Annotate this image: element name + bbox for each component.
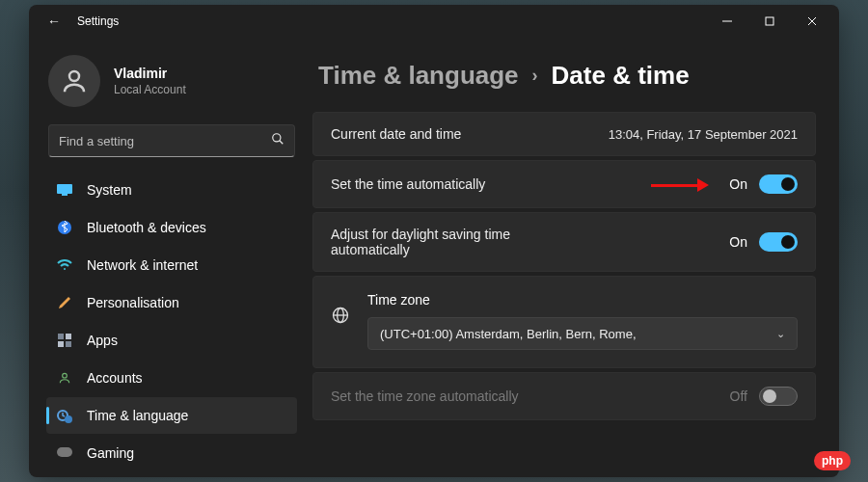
sidebar-item-bluetooth[interactable]: Bluetooth & devices <box>46 209 297 246</box>
minimize-button[interactable] <box>706 7 748 36</box>
sidebar-item-network[interactable]: Network & internet <box>46 247 297 283</box>
row-dst-auto: Adjust for daylight saving time automati… <box>312 212 816 272</box>
search-icon <box>271 132 285 149</box>
row-label: Time zone <box>367 292 798 308</box>
row-set-time-auto: Set the time automatically On <box>312 160 816 208</box>
search-input[interactable] <box>59 134 271 148</box>
toggle-state: Off <box>730 388 747 404</box>
sidebar-item-label: Apps <box>87 333 118 348</box>
svg-rect-11 <box>58 334 64 339</box>
row-timezone: Time zone (UTC+01:00) Amsterdam, Berlin,… <box>312 276 816 368</box>
avatar <box>48 55 100 107</box>
timezone-icon <box>331 306 350 328</box>
svg-point-17 <box>65 415 72 423</box>
svg-line-6 <box>280 141 284 145</box>
window-title: Settings <box>77 14 119 28</box>
accounts-icon <box>56 369 73 387</box>
current-datetime-value: 13:04, Friday, 17 September 2021 <box>609 127 798 142</box>
maximize-button[interactable] <box>748 7 791 36</box>
row-label: Current date and time <box>331 126 461 142</box>
sidebar-item-label: Time & language <box>87 408 188 423</box>
sidebar-item-accounts[interactable]: Accounts <box>46 360 297 396</box>
breadcrumb-parent[interactable]: Time & language <box>318 61 519 91</box>
system-icon <box>56 181 73 199</box>
toggle-dst-auto[interactable] <box>759 232 798 252</box>
sidebar-item-label: System <box>87 182 132 198</box>
row-label: Adjust for daylight saving time automati… <box>331 227 562 257</box>
svg-rect-7 <box>57 184 72 194</box>
chevron-right-icon: › <box>532 66 538 86</box>
timezone-selected: (UTC+01:00) Amsterdam, Berlin, Bern, Rom… <box>380 327 637 341</box>
back-button[interactable]: ← <box>42 13 66 29</box>
nav-list: System Bluetooth & devices Network & int… <box>44 171 299 477</box>
wifi-icon <box>56 256 73 274</box>
titlebar: ← Settings <box>29 5 839 38</box>
toggle-set-time-auto[interactable] <box>759 174 798 194</box>
paintbrush-icon <box>56 294 73 311</box>
breadcrumb: Time & language › Date & time <box>312 61 816 91</box>
sidebar-item-time-language[interactable]: Time & language <box>46 397 297 434</box>
sidebar-item-label: Bluetooth & devices <box>87 220 206 235</box>
sidebar-item-apps[interactable]: Apps <box>46 322 297 359</box>
gaming-icon <box>56 444 73 462</box>
annotation-arrow <box>651 178 709 192</box>
svg-rect-14 <box>66 341 71 347</box>
row-label: Set the time zone automatically <box>331 388 519 404</box>
main-panel: Time & language › Date & time Current da… <box>309 38 839 477</box>
row-current-datetime: Current date and time 13:04, Friday, 17 … <box>312 112 816 156</box>
svg-rect-13 <box>58 341 64 347</box>
svg-point-4 <box>69 71 79 81</box>
page-title: Date & time <box>552 61 690 91</box>
toggle-state: On <box>729 176 747 192</box>
sidebar-item-personalisation[interactable]: Personalisation <box>46 284 297 321</box>
sidebar-item-system[interactable]: System <box>46 172 297 208</box>
close-button[interactable] <box>791 7 833 36</box>
row-set-timezone-auto: Set the time zone automatically Off <box>312 372 816 420</box>
row-label: Set the time automatically <box>331 176 485 192</box>
sidebar-item-gaming[interactable]: Gaming <box>46 435 297 471</box>
clock-globe-icon <box>56 407 73 424</box>
sidebar-item-label: Accounts <box>87 370 143 386</box>
svg-rect-12 <box>66 334 71 339</box>
toggle-state: On <box>729 234 747 250</box>
apps-icon <box>56 332 73 349</box>
settings-window: ← Settings Vladimir Local Account <box>29 5 839 477</box>
sidebar: Vladimir Local Account System Bluetooth … <box>29 38 309 477</box>
svg-point-15 <box>63 373 68 378</box>
chevron-down-icon: ⌄ <box>776 328 785 340</box>
search-box[interactable] <box>48 124 295 157</box>
sidebar-item-label: Personalisation <box>87 295 179 310</box>
profile-sub: Local Account <box>114 83 186 96</box>
profile-block[interactable]: Vladimir Local Account <box>44 49 299 124</box>
svg-point-5 <box>273 134 281 142</box>
toggle-set-timezone-auto[interactable] <box>759 387 798 406</box>
timezone-dropdown[interactable]: (UTC+01:00) Amsterdam, Berlin, Bern, Rom… <box>367 317 798 350</box>
profile-name: Vladimir <box>114 66 186 81</box>
sidebar-item-label: Gaming <box>87 445 134 461</box>
watermark-badge: php <box>814 451 851 470</box>
sidebar-item-label: Network & internet <box>87 257 198 273</box>
bluetooth-icon <box>56 219 73 236</box>
svg-rect-1 <box>766 17 773 25</box>
svg-rect-18 <box>57 447 72 457</box>
svg-rect-8 <box>62 194 68 196</box>
svg-point-10 <box>64 268 66 270</box>
